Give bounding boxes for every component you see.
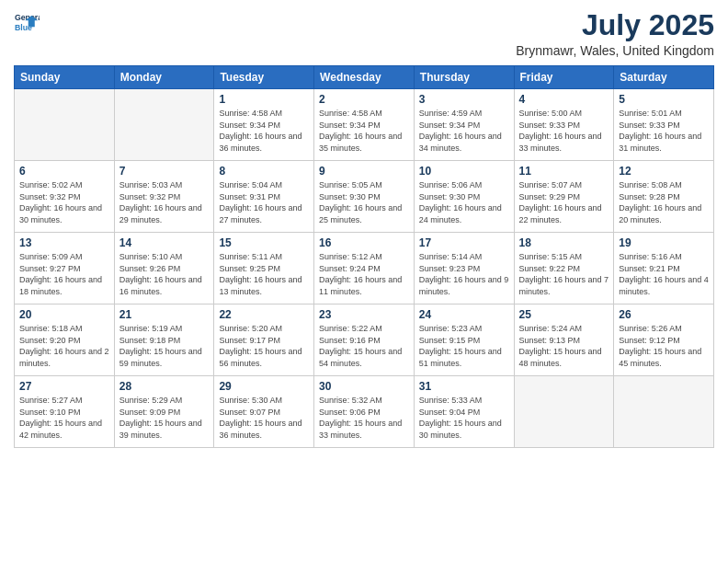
day-number: 20	[19, 308, 109, 321]
location: Brynmawr, Wales, United Kingdom	[516, 43, 714, 58]
day-number: 2	[319, 93, 409, 106]
day-detail: Sunrise: 4:59 AMSunset: 9:34 PMDaylight:…	[419, 108, 509, 154]
day-detail: Sunrise: 5:11 AMSunset: 9:25 PMDaylight:…	[219, 251, 309, 297]
day-detail: Sunrise: 5:08 AMSunset: 9:28 PMDaylight:…	[619, 179, 709, 225]
cell-week4-day6: 26Sunrise: 5:26 AMSunset: 9:12 PMDayligh…	[614, 304, 714, 376]
day-detail: Sunrise: 5:03 AMSunset: 9:32 PMDaylight:…	[119, 179, 210, 225]
day-number: 29	[219, 380, 309, 393]
day-number: 23	[319, 308, 409, 321]
day-number: 21	[119, 308, 210, 321]
day-number: 22	[219, 308, 309, 321]
weekday-sunday: Sunday	[15, 66, 115, 89]
cell-week1-day5: 4Sunrise: 5:00 AMSunset: 9:33 PMDaylight…	[514, 89, 614, 161]
day-detail: Sunrise: 5:15 AMSunset: 9:22 PMDaylight:…	[519, 251, 609, 297]
day-detail: Sunrise: 5:14 AMSunset: 9:23 PMDaylight:…	[419, 251, 509, 297]
week-row-5: 27Sunrise: 5:27 AMSunset: 9:10 PMDayligh…	[15, 376, 714, 448]
day-detail: Sunrise: 4:58 AMSunset: 9:34 PMDaylight:…	[219, 108, 309, 154]
day-detail: Sunrise: 5:04 AMSunset: 9:31 PMDaylight:…	[219, 179, 309, 225]
cell-week4-day3: 23Sunrise: 5:22 AMSunset: 9:16 PMDayligh…	[314, 304, 415, 376]
day-detail: Sunrise: 5:33 AMSunset: 9:04 PMDaylight:…	[419, 395, 509, 441]
cell-week5-day2: 29Sunrise: 5:30 AMSunset: 9:07 PMDayligh…	[214, 376, 314, 448]
logo-icon: General Blue	[14, 9, 40, 35]
cell-week1-day3: 2Sunrise: 4:58 AMSunset: 9:34 PMDaylight…	[314, 89, 415, 161]
week-row-1: 1Sunrise: 4:58 AMSunset: 9:34 PMDaylight…	[15, 89, 714, 161]
day-detail: Sunrise: 5:18 AMSunset: 9:20 PMDaylight:…	[19, 323, 109, 369]
day-number: 10	[419, 165, 509, 178]
day-detail: Sunrise: 5:27 AMSunset: 9:10 PMDaylight:…	[19, 395, 109, 441]
day-number: 1	[219, 93, 309, 106]
day-detail: Sunrise: 5:09 AMSunset: 9:27 PMDaylight:…	[19, 251, 109, 297]
weekday-friday: Friday	[514, 66, 614, 89]
cell-week3-day1: 14Sunrise: 5:10 AMSunset: 9:26 PMDayligh…	[114, 233, 214, 304]
day-number: 24	[419, 308, 509, 321]
day-detail: Sunrise: 5:10 AMSunset: 9:26 PMDaylight:…	[119, 251, 210, 297]
day-number: 15	[219, 236, 309, 249]
day-number: 28	[119, 380, 210, 393]
day-detail: Sunrise: 5:23 AMSunset: 9:15 PMDaylight:…	[419, 323, 509, 369]
weekday-thursday: Thursday	[414, 66, 514, 89]
day-number: 31	[419, 380, 509, 393]
cell-week1-day4: 3Sunrise: 4:59 AMSunset: 9:34 PMDaylight…	[414, 89, 514, 161]
day-number: 27	[19, 380, 109, 393]
cell-week5-day6	[614, 376, 714, 448]
cell-week5-day0: 27Sunrise: 5:27 AMSunset: 9:10 PMDayligh…	[15, 376, 115, 448]
cell-week2-day0: 6Sunrise: 5:02 AMSunset: 9:32 PMDaylight…	[15, 161, 115, 233]
day-number: 26	[619, 308, 709, 321]
cell-week4-day0: 20Sunrise: 5:18 AMSunset: 9:20 PMDayligh…	[15, 304, 115, 376]
day-number: 11	[519, 165, 609, 178]
title-block: July 2025 Brynmawr, Wales, United Kingdo…	[516, 9, 714, 58]
cell-week4-day2: 22Sunrise: 5:20 AMSunset: 9:17 PMDayligh…	[214, 304, 314, 376]
day-detail: Sunrise: 5:12 AMSunset: 9:24 PMDaylight:…	[319, 251, 409, 297]
day-number: 14	[119, 236, 210, 249]
day-detail: Sunrise: 5:29 AMSunset: 9:09 PMDaylight:…	[119, 395, 210, 441]
weekday-monday: Monday	[114, 66, 214, 89]
cell-week1-day2: 1Sunrise: 4:58 AMSunset: 9:34 PMDaylight…	[214, 89, 314, 161]
day-detail: Sunrise: 5:02 AMSunset: 9:32 PMDaylight:…	[19, 179, 109, 225]
cell-week3-day5: 18Sunrise: 5:15 AMSunset: 9:22 PMDayligh…	[514, 233, 614, 304]
day-number: 25	[519, 308, 609, 321]
cell-week2-day2: 8Sunrise: 5:04 AMSunset: 9:31 PMDaylight…	[214, 161, 314, 233]
day-number: 9	[319, 165, 409, 178]
weekday-tuesday: Tuesday	[214, 66, 314, 89]
day-detail: Sunrise: 4:58 AMSunset: 9:34 PMDaylight:…	[319, 108, 409, 154]
weekday-saturday: Saturday	[614, 66, 714, 89]
cell-week1-day6: 5Sunrise: 5:01 AMSunset: 9:33 PMDaylight…	[614, 89, 714, 161]
day-number: 5	[619, 93, 709, 106]
cell-week3-day0: 13Sunrise: 5:09 AMSunset: 9:27 PMDayligh…	[15, 233, 115, 304]
cell-week2-day6: 12Sunrise: 5:08 AMSunset: 9:28 PMDayligh…	[614, 161, 714, 233]
week-row-2: 6Sunrise: 5:02 AMSunset: 9:32 PMDaylight…	[15, 161, 714, 233]
day-detail: Sunrise: 5:20 AMSunset: 9:17 PMDaylight:…	[219, 323, 309, 369]
day-number: 17	[419, 236, 509, 249]
cell-week1-day0	[15, 89, 115, 161]
cell-week2-day5: 11Sunrise: 5:07 AMSunset: 9:29 PMDayligh…	[514, 161, 614, 233]
day-number: 19	[619, 236, 709, 249]
day-number: 8	[219, 165, 309, 178]
cell-week4-day5: 25Sunrise: 5:24 AMSunset: 9:13 PMDayligh…	[514, 304, 614, 376]
day-detail: Sunrise: 5:30 AMSunset: 9:07 PMDaylight:…	[219, 395, 309, 441]
day-number: 16	[319, 236, 409, 249]
day-detail: Sunrise: 5:06 AMSunset: 9:30 PMDaylight:…	[419, 179, 509, 225]
day-number: 12	[619, 165, 709, 178]
cell-week5-day3: 30Sunrise: 5:32 AMSunset: 9:06 PMDayligh…	[314, 376, 415, 448]
day-detail: Sunrise: 5:07 AMSunset: 9:29 PMDaylight:…	[519, 179, 609, 225]
weekday-wednesday: Wednesday	[314, 66, 415, 89]
month-year: July 2025	[516, 9, 714, 41]
cell-week3-day4: 17Sunrise: 5:14 AMSunset: 9:23 PMDayligh…	[414, 233, 514, 304]
day-detail: Sunrise: 5:26 AMSunset: 9:12 PMDaylight:…	[619, 323, 709, 369]
cell-week3-day6: 19Sunrise: 5:16 AMSunset: 9:21 PMDayligh…	[614, 233, 714, 304]
cell-week5-day5	[514, 376, 614, 448]
cell-week2-day1: 7Sunrise: 5:03 AMSunset: 9:32 PMDaylight…	[114, 161, 214, 233]
cell-week3-day3: 16Sunrise: 5:12 AMSunset: 9:24 PMDayligh…	[314, 233, 415, 304]
day-number: 18	[519, 236, 609, 249]
week-row-4: 20Sunrise: 5:18 AMSunset: 9:20 PMDayligh…	[15, 304, 714, 376]
cell-week4-day4: 24Sunrise: 5:23 AMSunset: 9:15 PMDayligh…	[414, 304, 514, 376]
day-number: 13	[19, 236, 109, 249]
svg-text:General: General	[15, 13, 40, 22]
calendar-page: General Blue General Blue July 2025 Bryn…	[0, 0, 728, 563]
logo: General Blue General Blue	[14, 9, 40, 35]
cell-week5-day4: 31Sunrise: 5:33 AMSunset: 9:04 PMDayligh…	[414, 376, 514, 448]
cell-week3-day2: 15Sunrise: 5:11 AMSunset: 9:25 PMDayligh…	[214, 233, 314, 304]
day-detail: Sunrise: 5:24 AMSunset: 9:13 PMDaylight:…	[519, 323, 609, 369]
calendar-table: SundayMondayTuesdayWednesdayThursdayFrid…	[14, 65, 714, 448]
day-detail: Sunrise: 5:16 AMSunset: 9:21 PMDaylight:…	[619, 251, 709, 297]
